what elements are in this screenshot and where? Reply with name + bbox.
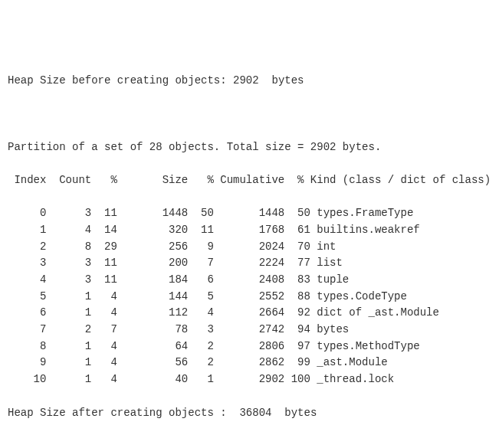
table-row: 5 1 4 144 5 2552 88 types.CodeType [8, 289, 491, 306]
heap-after-label: Heap Size after creating objects : [8, 407, 227, 419]
table-row: 10 1 4 40 1 2902 100 _thread.lock [8, 371, 491, 388]
table-row: 0 3 11 1448 50 1448 50 types.FrameType [8, 205, 491, 222]
heap-before-value: 2902 [233, 74, 259, 87]
table-row: 6 1 4 112 4 2664 92 dict of _ast.Module [8, 305, 491, 322]
partition1-header: Partition of a set of 28 objects. Total … [8, 139, 491, 156]
table-row: 8 1 4 64 2 2806 97 types.MethodType [8, 338, 491, 355]
table-row: 9 1 4 56 2 2862 99 _ast.Module [8, 355, 491, 371]
table-row: 1 4 14 320 11 1768 61 builtins.weakref [8, 222, 491, 239]
table-row: 3 3 11 200 7 2224 77 list [8, 255, 491, 272]
partition1-columns: Index Count % Size % Cumulative % Kind (… [8, 172, 491, 189]
heap-before-unit: bytes [271, 74, 304, 87]
heap-before-line: Heap Size before creating objects: 2902 … [8, 73, 491, 90]
blank-line [8, 106, 491, 123]
heap-after-unit: bytes [284, 407, 317, 419]
table-row: 2 8 29 256 9 2024 70 int [8, 239, 491, 256]
heap-after-value: 36804 [239, 407, 271, 419]
heap-before-label: Heap Size before creating objects: [8, 74, 227, 87]
table-row: 4 3 11 184 6 2408 83 tuple [8, 272, 491, 289]
blank-line [8, 438, 491, 448]
table-row: 7 2 7 78 3 2742 94 bytes [8, 322, 491, 338]
heap-after-line: Heap Size after creating objects : 36804… [8, 405, 491, 422]
